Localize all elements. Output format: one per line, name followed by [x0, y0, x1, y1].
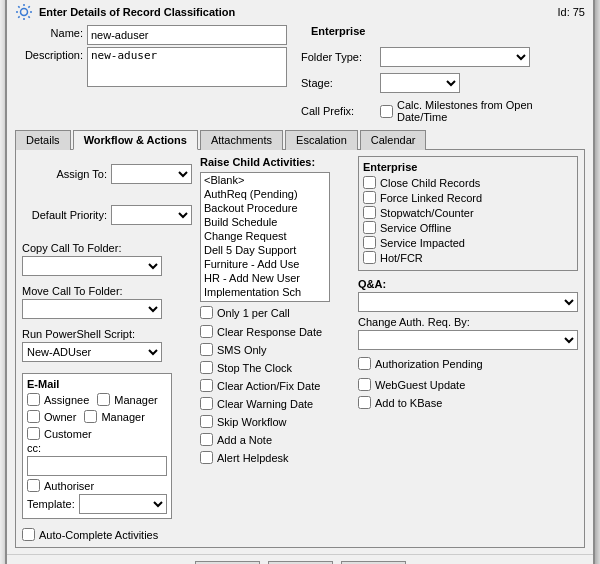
mid-checkbox-label: Add a Note: [217, 434, 272, 446]
desc-label: Description:: [15, 47, 83, 61]
customer-label: Customer: [44, 428, 92, 440]
authoriser-check[interactable]: [27, 479, 40, 492]
assign-to-combo[interactable]: [111, 164, 192, 184]
tab-attachments[interactable]: Attachments: [200, 130, 283, 150]
folder-type-label: Folder Type:: [301, 51, 376, 63]
list-item[interactable]: Change Request: [201, 229, 329, 243]
auth-pending-row: Authorization Pending: [358, 357, 578, 370]
auth-pending-label: Authorization Pending: [375, 358, 483, 370]
owner-label: Owner: [44, 411, 76, 423]
tabs-bar: Details Workflow & Actions Attachments E…: [15, 129, 585, 150]
manager2-check[interactable]: [84, 410, 97, 423]
change-auth-label: Change Auth. Req. By:: [358, 316, 578, 328]
cc-input[interactable]: [27, 456, 167, 476]
call-prefix-label: Call Prefix:: [301, 105, 376, 117]
mid-checkbox[interactable]: [200, 379, 213, 392]
list-item[interactable]: Initiate Backout: [201, 299, 329, 302]
mid-checkbox-label: SMS Only: [217, 344, 267, 356]
default-priority-combo[interactable]: [111, 205, 192, 225]
header-row: Enter Details of Record Classification I…: [15, 3, 585, 21]
template-combo[interactable]: [79, 494, 167, 514]
ent-checkbox-row: Close Child Records: [363, 176, 573, 189]
assignee-check[interactable]: [27, 393, 40, 406]
folder-type-combo[interactable]: [380, 47, 530, 67]
left-panel: Assign To: Default Priority: Copy Call T…: [22, 156, 192, 541]
list-item[interactable]: HR - Add New User: [201, 271, 329, 285]
mid-checkbox[interactable]: [200, 415, 213, 428]
copy-call-combo[interactable]: [22, 256, 162, 276]
only-one-row: Only 1 per Call: [200, 306, 350, 319]
stage-combo[interactable]: [380, 73, 460, 93]
ent-checkbox-row: Stopwatch/Counter: [363, 206, 573, 219]
middle-panel: Raise Child Activities: <Blank>AuthReq (…: [200, 156, 350, 541]
desc-input[interactable]: new-aduser: [87, 47, 287, 87]
list-item[interactable]: Backout Procedure: [201, 201, 329, 215]
gear-icon: [15, 3, 33, 21]
change-auth-section: Change Auth. Req. By:: [358, 316, 578, 350]
auth-pending-check[interactable]: [358, 357, 371, 370]
mid-checkbox[interactable]: [200, 451, 213, 464]
tab-escalation[interactable]: Escalation: [285, 130, 358, 150]
bottom-bar: OK Cancel Help: [7, 554, 593, 564]
name-label: Name:: [15, 25, 83, 39]
owner-check[interactable]: [27, 410, 40, 423]
mid-checkbox-label: Clear Response Date: [217, 326, 322, 338]
change-auth-combo[interactable]: [358, 330, 578, 350]
email-box: E-Mail Assignee Manager: [22, 373, 172, 519]
list-item[interactable]: Dell 5 Day Support: [201, 243, 329, 257]
ent-checkbox[interactable]: [363, 236, 376, 249]
only-one-check[interactable]: [200, 306, 213, 319]
ent-checkbox[interactable]: [363, 191, 376, 204]
ent-checkbox-label: Service Impacted: [380, 237, 465, 249]
web-guest-check[interactable]: [358, 378, 371, 391]
tab-calendar[interactable]: Calendar: [360, 130, 427, 150]
mid-checkbox[interactable]: [200, 325, 213, 338]
move-call-combo[interactable]: [22, 299, 162, 319]
mid-checkbox[interactable]: [200, 397, 213, 410]
window: Status Details ? ✕ Enter Details of Reco…: [5, 0, 595, 564]
enterprise-right-box: Enterprise Close Child RecordsForce Link…: [358, 156, 578, 271]
mid-checkbox-row: Skip Workflow: [200, 415, 350, 428]
raise-child-list[interactable]: <Blank>AuthReq (Pending)Backout Procedur…: [200, 172, 330, 302]
mid-checkbox[interactable]: [200, 433, 213, 446]
autocomplete-label: Auto-Complete Activities: [39, 529, 158, 541]
ent-checkbox-label: Force Linked Record: [380, 192, 482, 204]
qa-section: Q&A:: [358, 275, 578, 312]
calc-milestone-check[interactable]: [380, 105, 393, 118]
mid-checkbox[interactable]: [200, 343, 213, 356]
manager-check[interactable]: [97, 393, 110, 406]
mid-checkbox[interactable]: [200, 361, 213, 374]
list-item[interactable]: Implementation Sch: [201, 285, 329, 299]
default-priority-label: Default Priority:: [22, 209, 107, 221]
autocomplete-check[interactable]: [22, 528, 35, 541]
ent-checkbox[interactable]: [363, 221, 376, 234]
run-ps-combo[interactable]: New-ADUser: [22, 342, 162, 362]
qa-combo[interactable]: [358, 292, 578, 312]
ent-checkbox-label: Close Child Records: [380, 177, 480, 189]
tab-details[interactable]: Details: [15, 130, 71, 150]
authoriser-label: Authoriser: [44, 480, 94, 492]
list-item[interactable]: AuthReq (Pending): [201, 187, 329, 201]
copy-call-label: Copy Call To Folder:: [22, 242, 192, 254]
add-kbase-check[interactable]: [358, 396, 371, 409]
mid-checkbox-row: Stop The Clock: [200, 361, 350, 374]
mid-checkboxes: Clear Response DateSMS OnlyStop The Cloc…: [200, 325, 350, 466]
tab-workflow[interactable]: Workflow & Actions: [73, 130, 198, 150]
email-header: E-Mail: [27, 378, 167, 390]
list-item[interactable]: Build Schedule: [201, 215, 329, 229]
cc-label: cc:: [27, 442, 167, 454]
ent-checkbox-row: Hot/FCR: [363, 251, 573, 264]
list-item[interactable]: Furniture - Add Use: [201, 257, 329, 271]
ent-checkbox[interactable]: [363, 206, 376, 219]
name-input[interactable]: [87, 25, 287, 45]
mid-checkbox-label: Skip Workflow: [217, 416, 286, 428]
ent-checkbox[interactable]: [363, 251, 376, 264]
list-item[interactable]: <Blank>: [201, 173, 329, 187]
mid-checkbox-row: Clear Action/Fix Date: [200, 379, 350, 392]
ent-checkbox-label: Hot/FCR: [380, 252, 423, 264]
enterprise-label: Enterprise: [311, 25, 365, 37]
tab-content: Assign To: Default Priority: Copy Call T…: [15, 150, 585, 548]
ent-checkbox[interactable]: [363, 176, 376, 189]
customer-check[interactable]: [27, 427, 40, 440]
ent-checkbox-row: Force Linked Record: [363, 191, 573, 204]
